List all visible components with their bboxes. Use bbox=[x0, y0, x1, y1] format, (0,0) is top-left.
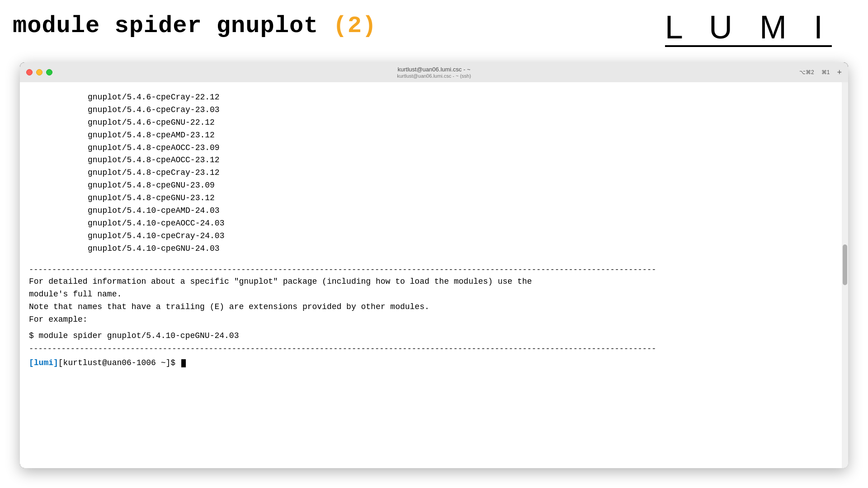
list-item: gnuplot/5.4.6-cpeCray-23.03 bbox=[88, 105, 220, 114]
slide-title-paren: (2) bbox=[333, 13, 377, 39]
info-line2: module's full name. bbox=[29, 288, 830, 301]
lumi-logo-text: L U M I bbox=[665, 11, 832, 47]
shortcut1: ⌥⌘2 bbox=[799, 69, 814, 75]
maximize-button[interactable] bbox=[46, 69, 52, 75]
terminal-titlebar: kurtlust@uan06.lumi.csc - ~ kurtlust@uan… bbox=[20, 62, 848, 82]
list-item: gnuplot/5.4.10-cpeGNU-24.03 bbox=[88, 244, 220, 253]
list-item: gnuplot/5.4.8-cpeGNU-23.09 bbox=[88, 181, 215, 190]
titlebar-sub: kurtlust@uan06.lumi.csc - ~ (ssh) bbox=[397, 73, 471, 79]
titlebar-center: kurtlust@uan06.lumi.csc - ~ kurtlust@uan… bbox=[397, 66, 471, 79]
list-item: gnuplot/5.4.6-cpeCray-22.12 bbox=[88, 93, 220, 102]
titlebar-right: ⌥⌘2 ⌘1 + bbox=[799, 68, 842, 77]
separator-line-bottom: ----------------------------------------… bbox=[29, 344, 656, 353]
titlebar-main: kurtlust@uan06.lumi.csc - ~ bbox=[397, 66, 471, 73]
prompt-user: [kurtlust@uan06-1006 ~]$ bbox=[58, 358, 180, 367]
scrollbar[interactable] bbox=[842, 82, 848, 468]
traffic-lights bbox=[26, 69, 52, 75]
cursor bbox=[181, 359, 186, 367]
module-list: gnuplot/5.4.6-cpeCray-22.12 gnuplot/5.4.… bbox=[29, 91, 830, 255]
info-command: $ module spider gnuplot/5.4.10-cpeGNU-24… bbox=[29, 330, 830, 343]
plus-icon[interactable]: + bbox=[837, 68, 842, 77]
prompt-line: [lumi][kurtlust@uan06-1006 ~]$ bbox=[29, 357, 830, 370]
terminal-window: kurtlust@uan06.lumi.csc - ~ kurtlust@uan… bbox=[20, 62, 848, 468]
info-line4: For example: bbox=[29, 314, 830, 326]
list-item: gnuplot/5.4.8-cpeAMD-23.12 bbox=[88, 131, 215, 140]
separator-line: ----------------------------------------… bbox=[29, 265, 656, 274]
close-button[interactable] bbox=[26, 69, 33, 75]
list-item: gnuplot/5.4.10-cpeCray-24.03 bbox=[88, 231, 224, 240]
minimize-button[interactable] bbox=[36, 69, 42, 75]
scrollbar-thumb[interactable] bbox=[843, 244, 847, 285]
lumi-logo: L U M I bbox=[665, 11, 832, 47]
list-item: gnuplot/5.4.8-cpeCray-23.12 bbox=[88, 168, 220, 177]
info-line3: Note that names that have a trailing (E)… bbox=[29, 301, 830, 314]
slide-title-text: module spider gnuplot bbox=[13, 13, 333, 39]
list-item: gnuplot/5.4.8-cpeAOCC-23.12 bbox=[88, 155, 220, 164]
info-line1: For detailed information about a specifi… bbox=[29, 276, 830, 288]
prompt-lumi-bracket: [lumi] bbox=[29, 358, 58, 367]
shortcut2: ⌘1 bbox=[821, 69, 830, 75]
info-block: For detailed information about a specifi… bbox=[29, 276, 830, 342]
list-item: gnuplot/5.4.8-cpeAOCC-23.09 bbox=[88, 143, 220, 152]
list-item: gnuplot/5.4.6-cpeGNU-22.12 bbox=[88, 118, 215, 127]
list-item: gnuplot/5.4.8-cpeGNU-23.12 bbox=[88, 193, 215, 202]
list-item: gnuplot/5.4.10-cpeAOCC-24.03 bbox=[88, 219, 224, 228]
separator-bottom: ----------------------------------------… bbox=[29, 343, 830, 355]
terminal-body[interactable]: gnuplot/5.4.6-cpeCray-22.12 gnuplot/5.4.… bbox=[20, 82, 848, 468]
list-item: gnuplot/5.4.10-cpeAMD-24.03 bbox=[88, 206, 220, 215]
slide-title: module spider gnuplot (2) bbox=[13, 13, 377, 39]
separator-top: ----------------------------------------… bbox=[29, 263, 830, 276]
